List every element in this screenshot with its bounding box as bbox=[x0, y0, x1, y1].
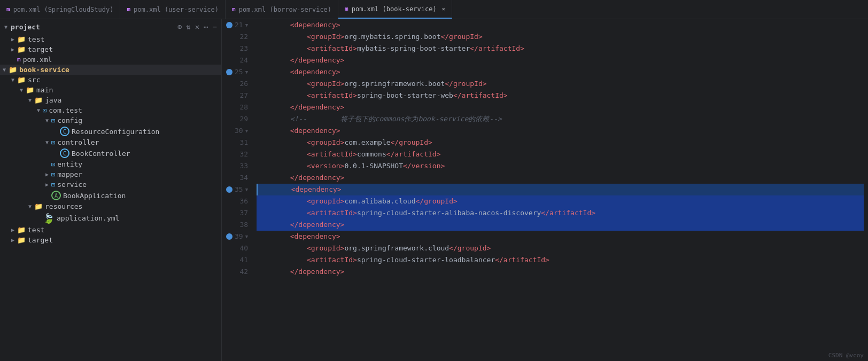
gutter-icon-39 bbox=[226, 233, 232, 240]
tree-item-target[interactable]: ▶ 📁 target bbox=[0, 44, 221, 54]
fold-25[interactable]: ▼ bbox=[245, 66, 248, 78]
tree-item-java[interactable]: ▼ 📁 java bbox=[0, 95, 221, 105]
expand-icon[interactable]: ⇅ bbox=[186, 22, 190, 31]
tab-pom-spring[interactable]: m pom.xml (SpringCloudStudy) bbox=[0, 0, 120, 19]
java-class-icon-controller: C bbox=[60, 148, 69, 158]
close-sidebar-icon[interactable]: ✕ bbox=[195, 22, 199, 31]
tab-label-spring: pom.xml (SpringCloudStudy) bbox=[13, 6, 114, 13]
expand-arrow-service[interactable]: ▶ bbox=[43, 182, 51, 187]
expand-arrow-resources[interactable]: ▼ bbox=[26, 203, 34, 209]
gutter-33: 33 bbox=[226, 160, 248, 172]
minimize-icon[interactable]: − bbox=[213, 22, 217, 31]
tree-item-book-app[interactable]: ▶ A BookApplication bbox=[0, 190, 221, 201]
expand-arrow-mapper[interactable]: ▶ bbox=[43, 171, 51, 177]
folder-icon-resources: 📁 bbox=[34, 202, 43, 210]
tree-item-book-controller[interactable]: ▶ C BookController bbox=[0, 147, 221, 159]
editor-area: 21 ▼ 22 23 24 25 ▼ 26 27 28 29 30 ▼ bbox=[222, 19, 868, 361]
code-line-34: </dependency> bbox=[257, 172, 864, 184]
tree-label-pom: pom.xml bbox=[23, 56, 52, 64]
tree-item-resources[interactable]: ▼ 📁 resources bbox=[0, 201, 221, 211]
sidebar: ▼ project ⊕ ⇅ ✕ ⋯ − ▶ 📁 test ▶ 📁 target bbox=[0, 19, 222, 361]
tree-label-test2: test bbox=[28, 226, 44, 234]
fold-21[interactable]: ▼ bbox=[245, 19, 248, 31]
xml-icon-book: m bbox=[345, 5, 348, 12]
expand-arrow-book-service[interactable]: ▼ bbox=[0, 67, 9, 73]
gutter-25: 25 ▼ bbox=[226, 66, 248, 78]
package-icon-config: ⊡ bbox=[51, 117, 55, 124]
package-icon-mapper: ⊡ bbox=[51, 171, 55, 178]
code-content[interactable]: <dependency> <groupId>org.mybatis.spring… bbox=[252, 19, 868, 361]
expand-arrow-src[interactable]: ▼ bbox=[9, 77, 17, 83]
expand-arrow-controller[interactable]: ▼ bbox=[43, 139, 51, 145]
expand-arrow-java[interactable]: ▼ bbox=[26, 97, 34, 103]
folder-icon-target: 📁 bbox=[17, 45, 26, 53]
tab-label-borrow: pom.xml (borrow-service) bbox=[239, 6, 331, 13]
tree-item-config[interactable]: ▼ ⊡ config bbox=[0, 115, 221, 125]
tree-item-com-test[interactable]: ▼ ⊡ com.test bbox=[0, 105, 221, 115]
tree-item-application-yml[interactable]: ▶ 🍃 application.yml bbox=[0, 211, 221, 225]
tab-pom-borrow[interactable]: m pom.xml (borrow-service) bbox=[226, 0, 338, 19]
new-file-icon[interactable]: ⊕ bbox=[177, 22, 182, 31]
gutter-42: 42 bbox=[226, 266, 248, 278]
tree-label-book-service: book-service bbox=[19, 66, 69, 74]
tree-item-resource-config[interactable]: ▶ C ResourceConfiguration bbox=[0, 125, 221, 137]
tree-item-target2[interactable]: ▶ 📁 target bbox=[0, 235, 221, 245]
gutter-41: 41 bbox=[226, 254, 248, 266]
code-line-31: <groupId>com.example</groupId> bbox=[257, 137, 864, 148]
tree-label-mapper: mapper bbox=[57, 170, 82, 178]
tree-item-mapper[interactable]: ▶ ⊡ mapper bbox=[0, 169, 221, 179]
tree-label-config: config bbox=[57, 116, 82, 124]
tree-label-book-app: BookApplication bbox=[63, 192, 126, 200]
package-icon-controller: ⊡ bbox=[51, 139, 55, 146]
xml-icon-borrow: m bbox=[232, 6, 236, 13]
fold-39[interactable]: ▼ bbox=[245, 231, 248, 242]
tree-item-pom-xml[interactable]: m pom.xml bbox=[0, 54, 221, 65]
fold-35[interactable]: ▼ bbox=[245, 184, 248, 195]
tree-label-com-test: com.test bbox=[49, 106, 82, 114]
gutter-icon-35 bbox=[226, 186, 232, 193]
expand-arrow-config[interactable]: ▼ bbox=[43, 117, 51, 123]
tab-pom-book[interactable]: m pom.xml (book-service) ✕ bbox=[338, 0, 452, 19]
folder-icon-test2: 📁 bbox=[17, 226, 26, 234]
tab-pom-user[interactable]: m pom.xml (user-service) bbox=[120, 0, 226, 19]
tree-item-controller[interactable]: ▼ ⊡ controller bbox=[0, 137, 221, 147]
tree-item-src[interactable]: ▼ 📁 src bbox=[0, 75, 221, 85]
more-options-icon[interactable]: ⋯ bbox=[204, 22, 208, 31]
tab-close-book[interactable]: ✕ bbox=[442, 6, 445, 12]
project-collapse-arrow[interactable]: ▼ bbox=[4, 24, 7, 30]
tree-item-test[interactable]: ▶ 📁 test bbox=[0, 34, 221, 44]
folder-icon-main: 📁 bbox=[26, 86, 34, 94]
tab-label-book: pom.xml (book-service) bbox=[352, 5, 437, 13]
code-container[interactable]: 21 ▼ 22 23 24 25 ▼ 26 27 28 29 30 ▼ bbox=[222, 19, 868, 361]
expand-arrow-main[interactable]: ▼ bbox=[17, 87, 26, 93]
fold-30[interactable]: ▼ bbox=[245, 125, 248, 137]
tree-label-test: test bbox=[28, 35, 44, 43]
main-layout: ▼ project ⊕ ⇅ ✕ ⋯ − ▶ 📁 test ▶ 📁 target bbox=[0, 19, 868, 361]
gutter-31: 31 bbox=[226, 137, 248, 148]
sidebar-header: ▼ project ⊕ ⇅ ✕ ⋯ − bbox=[0, 19, 221, 34]
gutter-28: 28 bbox=[226, 101, 248, 113]
expand-arrow-test[interactable]: ▶ bbox=[9, 36, 17, 42]
tree-item-main[interactable]: ▼ 📁 main bbox=[0, 85, 221, 95]
tree-item-test2[interactable]: ▶ 📁 test bbox=[0, 225, 221, 235]
expand-arrow-com-test[interactable]: ▼ bbox=[34, 107, 43, 113]
gutter-26: 26 bbox=[226, 78, 248, 90]
code-line-42: </dependency> bbox=[257, 266, 864, 278]
xml-icon-user: m bbox=[127, 6, 130, 13]
code-line-36: <groupId>com.alibaba.cloud</groupId> bbox=[257, 195, 864, 207]
java-class-icon-resource-config: C bbox=[60, 127, 69, 136]
yaml-icon: 🍃 bbox=[43, 213, 55, 224]
tree-item-book-service[interactable]: ▼ 📁 book-service bbox=[0, 65, 221, 75]
expand-arrow-target[interactable]: ▶ bbox=[9, 46, 17, 52]
code-line-33: <version>0.0.1-SNAPSHOT</version> bbox=[257, 160, 864, 172]
package-icon-com-test: ⊡ bbox=[43, 107, 46, 114]
expand-arrow-target2[interactable]: ▶ bbox=[9, 237, 17, 243]
tree-item-service[interactable]: ▶ ⊡ service bbox=[0, 179, 221, 190]
expand-arrow-test2[interactable]: ▶ bbox=[9, 227, 17, 233]
tree-label-src: src bbox=[28, 76, 40, 84]
code-line-27: <artifactId>spring-boot-starter-web</art… bbox=[257, 90, 864, 101]
tree-item-entity[interactable]: ▶ ⊡ entity bbox=[0, 159, 221, 169]
code-line-30: <dependency> bbox=[257, 125, 864, 137]
code-line-32: <artifactId>commons</artifactId> bbox=[257, 148, 864, 160]
code-line-35: <dependency> bbox=[257, 184, 864, 195]
